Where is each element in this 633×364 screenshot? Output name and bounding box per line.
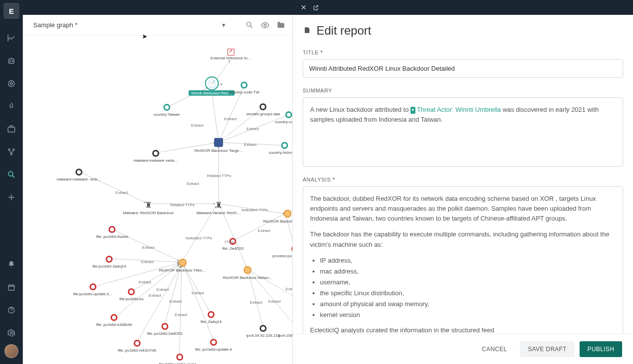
svg-point-1 xyxy=(10,61,11,62)
malware-icon xyxy=(76,169,83,176)
node-file-2a4d53b[interactable]: file:.po1kitd-2a4D53 xyxy=(147,323,182,336)
node-indonesia[interactable]: country:Indonesia xyxy=(269,142,292,155)
nav-dashboard[interactable] xyxy=(0,27,23,49)
domain-icon xyxy=(260,103,267,110)
summary-label: SUMMARY xyxy=(303,88,623,93)
country-icon xyxy=(281,142,288,149)
popout-icon[interactable] xyxy=(313,4,319,11)
node-malware-redx[interactable]: malware:malware: redx… xyxy=(57,169,102,182)
close-icon[interactable]: ✕ xyxy=(301,3,307,11)
file-icon xyxy=(229,238,236,245)
graph-pane: Sample graph * ▾ xyxy=(23,15,293,364)
node-file-nrkSh7d6[interactable]: file:.po1kitd-nrkSh7d6 xyxy=(118,340,156,353)
edit-panel: ✕ Edit report ➤ TITLE * SUMMARY xyxy=(293,15,633,364)
external-link-icon xyxy=(227,49,234,56)
summary-editor[interactable]: A new Linux backdoor attributed to Threa… xyxy=(303,97,623,167)
nav-add[interactable] xyxy=(0,186,23,209)
node-files[interactable]: RedXOR Backdoor Files… xyxy=(159,259,206,273)
svg-point-12 xyxy=(10,332,12,334)
file-icon xyxy=(90,283,96,290)
graph-canvas[interactable]: External reference to… 📄Winnti Attribute… xyxy=(23,36,292,364)
graph-header: Sample graph * ▾ xyxy=(23,15,292,36)
analysis-editor[interactable]: The backdoor, dubbed RedXOR for its netw… xyxy=(303,186,623,334)
title-input[interactable] xyxy=(303,59,623,78)
castle-icon: ♜ xyxy=(145,200,152,210)
left-rail: E xyxy=(0,0,23,364)
svg-point-3 xyxy=(8,81,14,87)
node-cc-tw[interactable]: country-code:TW xyxy=(229,82,260,94)
cancel-button[interactable]: CANCEL xyxy=(474,341,515,357)
analysis-list: IP address, mac address, username, the s… xyxy=(320,256,616,320)
nav-briefcase[interactable] xyxy=(0,118,23,140)
folder-icon[interactable] xyxy=(276,21,285,30)
country-code-icon xyxy=(241,82,248,89)
svg-line-40 xyxy=(180,266,181,356)
search-icon[interactable] xyxy=(245,21,254,30)
nav-robot[interactable] xyxy=(0,49,23,72)
fingerprint-icon xyxy=(179,259,186,267)
node-file-k3i86dfv[interactable]: file:.po1kitd-k3i86dfv xyxy=(96,314,133,327)
svg-point-4 xyxy=(10,83,13,85)
node-file-update-k[interactable]: file:.po1kitd-update-k xyxy=(195,339,232,352)
svg-point-2 xyxy=(12,61,13,62)
node-cc-id[interactable]: country-code:ID xyxy=(275,111,292,124)
node-redxor-targ[interactable]: RedXOR Backdoor Targe… xyxy=(194,138,243,153)
svg-point-13 xyxy=(247,22,251,27)
node-hashes[interactable]: RedXOR Backdoor Hashes xyxy=(263,210,292,224)
nav-calendar[interactable] xyxy=(0,276,23,299)
threat-actor-chip[interactable]: Threat Actor: Winnti Umbrella xyxy=(410,106,501,113)
nav-help[interactable] xyxy=(0,299,23,321)
node-doc-highlight[interactable]: 📄Winnti Attributed Red… xyxy=(188,77,234,96)
nav-fire[interactable] xyxy=(0,95,23,118)
eye-icon[interactable] xyxy=(261,21,270,30)
chevron-down-icon: ▾ xyxy=(222,21,226,29)
node-ext-ref[interactable]: External reference to… xyxy=(211,49,251,60)
node-malware-redxor[interactable]: ♜Malware: RedXOR Backdoor xyxy=(123,200,174,215)
publish-button[interactable]: PUBLISH xyxy=(580,341,622,357)
document-icon: 📄 xyxy=(205,77,219,91)
country-icon xyxy=(163,104,170,111)
svg-line-42 xyxy=(183,265,214,341)
panel-header: Edit report xyxy=(293,15,633,44)
nav-bell[interactable] xyxy=(0,253,23,276)
title-label: TITLE * xyxy=(303,49,623,55)
node-variant[interactable]: ♜Malware Variant: RedX… xyxy=(196,200,241,215)
file-icon xyxy=(128,288,135,295)
node-ipv4-158[interactable]: ipv4:158.247.208.230 xyxy=(278,325,292,338)
svg-rect-5 xyxy=(8,127,15,132)
node-file-2a4d53[interactable]: file:.2a4D53 xyxy=(223,238,244,251)
svg-line-18 xyxy=(212,91,219,142)
node-file-2aAq14[interactable]: file:po1kitd-2aAq14 xyxy=(92,256,127,269)
node-ipv4-34[interactable]: ipv4:34.92.228.216 xyxy=(246,325,280,338)
panel-footer: CANCEL SAVE DRAFT PUBLISH xyxy=(293,334,633,364)
file-icon xyxy=(161,323,168,330)
node-file-thumb[interactable]: file:.po1kitd.thumb xyxy=(96,226,129,239)
castle-icon: ♜ xyxy=(215,200,222,210)
nav-target[interactable] xyxy=(0,72,23,95)
file-icon xyxy=(109,226,116,233)
svg-rect-10 xyxy=(8,285,14,290)
malware-icon xyxy=(152,150,159,157)
svg-point-7 xyxy=(13,149,14,150)
node-file-s99[interactable]: file:S99po1kitd-updat… xyxy=(159,354,200,364)
nav-search[interactable] xyxy=(0,163,23,186)
user-avatar[interactable] xyxy=(4,344,18,358)
nav-branch[interactable] xyxy=(0,140,23,163)
country-code-icon xyxy=(285,111,292,118)
node-taiwan[interactable]: country:Taiwan xyxy=(153,104,180,117)
nav-settings[interactable] xyxy=(0,321,23,344)
process-icon xyxy=(291,245,292,252)
node-malware-varia[interactable]: malware:malware varia… xyxy=(134,150,178,163)
node-file-ko[interactable]: file:po1kitd.ko xyxy=(120,288,144,301)
graph-title-text: Sample graph * xyxy=(33,21,78,29)
save-draft-button[interactable]: SAVE DRAFT xyxy=(520,341,574,357)
panel-title: Edit report xyxy=(316,24,371,38)
graph-title-select[interactable]: Sample graph * ▾ xyxy=(33,21,245,29)
node-proc[interactable]: process:po1kitd-update-k xyxy=(272,245,292,258)
node-netwo[interactable]: RedXOR Backdoor Netwo… xyxy=(223,266,273,280)
node-file-2aAq14b[interactable]: file:.2aAq14 xyxy=(201,311,222,324)
document-icon xyxy=(304,26,311,36)
ipv4-icon xyxy=(260,325,267,332)
node-file-update-d[interactable]: file:po1kitd-update.d… xyxy=(73,283,113,296)
app-logo[interactable]: E xyxy=(3,3,19,19)
